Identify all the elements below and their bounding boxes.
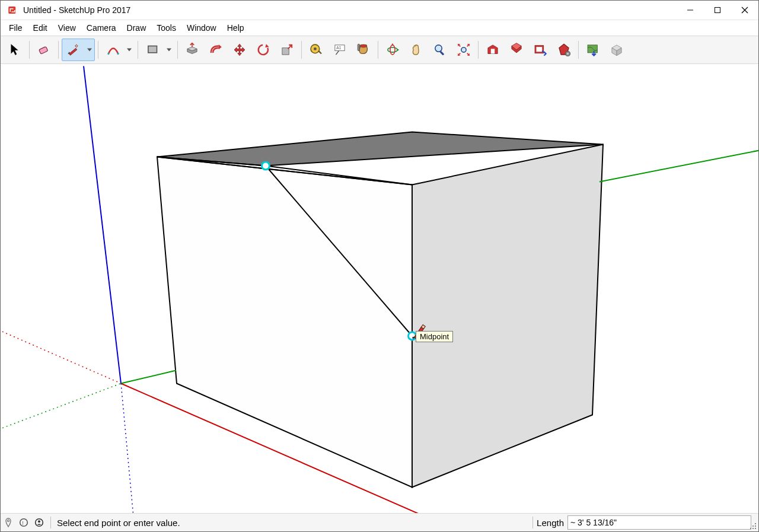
svg-rect-37 [588,45,597,53]
svg-text:A1: A1 [336,46,341,50]
menu-bar: File Edit View Camera Draw Tools Window … [1,20,758,36]
ew-manage-tool[interactable] [529,39,551,61]
svg-marker-41 [412,145,603,488]
separator [98,41,98,59]
svg-point-48 [262,162,270,170]
geo-pin-icon[interactable] [1,515,16,530]
svg-line-38 [84,66,121,384]
menu-tools[interactable]: Tools [152,22,181,34]
resize-grip[interactable] [750,523,758,531]
separator [29,41,30,59]
shape-tool[interactable] [141,39,174,61]
menu-draw[interactable]: Draw [122,22,151,34]
arc-tool[interactable] [101,39,135,61]
inference-tooltip: Midpoint [416,331,453,342]
offset-tool[interactable] [205,39,227,61]
svg-point-22 [390,45,395,55]
zoom-extents-tool[interactable] [452,39,475,61]
svg-rect-11 [148,46,157,53]
svg-text:!: ! [22,520,24,526]
ew-upload-tool[interactable] [505,39,528,61]
ruby-console-tool[interactable] [553,39,575,61]
menu-edit[interactable]: Edit [28,22,52,34]
separator [532,517,533,528]
3d-warehouse-tool[interactable] [481,39,504,61]
svg-marker-24 [391,43,393,45]
svg-point-21 [388,47,397,52]
select-tool[interactable] [4,39,26,61]
orbit-tool[interactable] [381,39,404,61]
svg-point-27 [461,47,466,52]
separator [478,41,479,59]
style-tool[interactable] [605,39,628,61]
separator [58,41,59,59]
menu-camera[interactable]: Camera [82,22,121,34]
scale-tool[interactable] [276,39,298,61]
rotate-tool[interactable] [252,39,275,61]
menu-help[interactable]: Help [222,22,249,34]
measurement-input[interactable] [567,515,751,530]
svg-rect-32 [491,49,495,53]
length-label: Length [537,518,567,528]
window-title: Untitled - SketchUp Pro 2017 [23,5,130,15]
svg-rect-2 [715,8,720,13]
line-tool[interactable] [62,39,95,61]
separator [138,41,138,59]
separator [578,41,579,59]
text-tool[interactable]: A1 [329,39,351,61]
dropdown-icon [167,49,171,52]
svg-marker-23 [397,49,399,50]
svg-point-10 [117,53,119,55]
svg-line-46 [121,384,134,514]
move-tool[interactable] [228,39,251,61]
svg-rect-20 [358,44,359,50]
title-bar: Untitled - SketchUp Pro 2017 [1,1,758,20]
svg-point-16 [314,47,317,50]
svg-point-9 [107,53,109,55]
menu-window[interactable]: Window [182,22,221,34]
svg-rect-14 [282,48,289,55]
paint-tool[interactable] [352,39,375,61]
minimize-button[interactable] [677,1,704,20]
menu-file[interactable]: File [4,22,27,34]
svg-point-36 [567,53,569,55]
separator [50,517,51,528]
pan-tool[interactable] [405,39,428,61]
svg-marker-13 [265,44,269,47]
menu-view[interactable]: View [53,22,81,34]
credits-icon[interactable]: ! [16,515,31,530]
scene-svg [1,64,758,513]
app-icon [7,4,18,16]
maximize-button[interactable] [704,1,731,20]
model-viewport[interactable]: Midpoint [1,64,758,513]
separator [177,41,178,59]
svg-marker-42 [157,157,412,488]
svg-point-25 [435,45,442,52]
user-icon[interactable] [31,515,47,530]
status-bar: ! Select end point or enter value. Lengt… [1,513,758,531]
svg-point-53 [7,520,9,521]
separator [378,41,378,59]
eraser-tool[interactable] [33,39,55,61]
svg-rect-5 [39,46,48,54]
toolbar: A1 [1,36,758,64]
separator [301,41,302,59]
tape-tool[interactable] [305,39,327,61]
svg-line-44 [121,371,176,384]
pushpull-tool[interactable] [181,39,203,61]
close-button[interactable] [731,1,758,20]
add-location-tool[interactable] [582,39,604,61]
svg-point-57 [38,520,40,523]
svg-rect-26 [439,51,444,56]
svg-point-54 [20,519,28,527]
dropdown-icon [127,49,132,52]
zoom-tool[interactable] [429,39,451,61]
svg-point-19 [360,44,366,47]
status-hint: Select end point or enter value. [55,518,180,528]
svg-rect-8 [75,44,78,47]
svg-rect-6 [69,48,77,55]
svg-rect-34 [537,47,543,52]
dropdown-icon [87,49,92,52]
svg-marker-12 [219,44,222,49]
svg-line-45 [599,149,758,182]
